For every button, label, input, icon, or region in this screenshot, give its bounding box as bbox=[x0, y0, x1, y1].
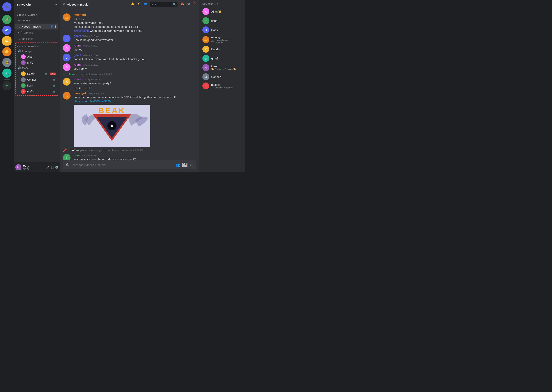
pin-icon: 📌 bbox=[63, 148, 67, 152]
member-item-conner[interactable]: C Conner bbox=[201, 72, 244, 81]
people-input-icon[interactable]: 👥 bbox=[175, 163, 180, 167]
member-item-gnarf[interactable]: g gnarf bbox=[201, 54, 244, 63]
server-icon-4[interactable]: 🟡 bbox=[2, 47, 12, 56]
voice-user-conner[interactable]: C Conner 📹 bbox=[16, 77, 57, 83]
channel-gaming[interactable]: gaming bbox=[15, 30, 58, 35]
voice-user-mary[interactable]: M Mary bbox=[16, 60, 57, 65]
video-play-button[interactable]: ▶ bbox=[107, 121, 116, 130]
gear-icon[interactable]: ⚙ bbox=[54, 25, 57, 28]
voice-user-mary-name: Mary bbox=[27, 61, 56, 64]
server-header[interactable]: Space City ▾ bbox=[14, 0, 60, 9]
headphone-icon[interactable] bbox=[51, 166, 54, 169]
reaction-count-2: 3 bbox=[88, 86, 90, 89]
join-timestamp: Yesterday at 2:30PM bbox=[91, 73, 112, 76]
add-attachment-icon[interactable]: ⊕ bbox=[66, 162, 69, 167]
text-category[interactable]: TEXT CHANNELS bbox=[14, 11, 60, 17]
mic-icon[interactable] bbox=[46, 166, 50, 169]
member-item-allan[interactable]: A Allan 👑 bbox=[201, 7, 244, 16]
member-item-fiona[interactable]: f fiona bbox=[201, 16, 244, 25]
message-header: Allan Today at 9:18 AM bbox=[74, 63, 196, 66]
server-icon-5[interactable]: 🐠 bbox=[2, 58, 12, 67]
gif-icon[interactable] bbox=[182, 163, 188, 167]
channel-videos-n-music[interactable]: videos-n-music 👤 ⚙ bbox=[15, 24, 58, 29]
verified-icon: ✓ bbox=[240, 40, 242, 42]
message-header: Allan Today at 9:18 AM bbox=[74, 44, 196, 47]
member-item-moongirl[interactable]: 🌙 moongirl 🎮 Playing League of Legends ✓ bbox=[201, 35, 244, 45]
settings-icon[interactable] bbox=[55, 166, 58, 169]
member-info: muffins 🎵 Listening to Spotify ✓ bbox=[211, 83, 235, 89]
video-embed[interactable]: BEAK ▶ bbox=[74, 105, 150, 147]
video-link[interactable]: https://youtu.be/OiDxbaQ928o bbox=[74, 99, 112, 103]
message-author-allan-2[interactable]: Allan bbox=[74, 63, 81, 66]
message-text: aaaa their new music video is out we NEE… bbox=[74, 95, 196, 103]
member-item-katelin[interactable]: K Katelin bbox=[201, 45, 244, 54]
status-text-muffins: Listening to Spotify bbox=[215, 86, 232, 89]
verified-icon-2: ✓ bbox=[233, 86, 235, 89]
spotify-icon: 🎵 bbox=[211, 86, 214, 89]
muffins-name[interactable]: muffins bbox=[70, 149, 80, 152]
emoji-icon[interactable] bbox=[190, 163, 193, 167]
chevron-icon bbox=[18, 31, 20, 34]
member-item-daniel[interactable]: D Daniel bbox=[201, 25, 244, 35]
message-content: Katelin Today at 9:18 AM wanna start a l… bbox=[74, 77, 196, 90]
voice-user-allan[interactable]: A Allan bbox=[16, 54, 57, 60]
avatar-allan: A bbox=[21, 54, 26, 59]
reaction-1[interactable]: 🎵 3 bbox=[74, 86, 82, 90]
message-author-fiona[interactable]: fiona bbox=[74, 154, 80, 157]
voice-channel-lounge[interactable]: 🔊 Lounge bbox=[16, 49, 58, 54]
member-item-muffins[interactable]: m muffins 🎵 Listening to Spotify ✓ bbox=[201, 81, 244, 91]
voice-category-label[interactable]: VOICE CHANNELS bbox=[16, 44, 58, 49]
server-icon-2[interactable]: 🌊 bbox=[2, 26, 12, 35]
avatar-moongirl-msg: 🌙 bbox=[63, 14, 71, 21]
message-author-katelin[interactable]: Katelin bbox=[74, 77, 83, 81]
message-author-moongirl-2[interactable]: moongirl bbox=[74, 91, 86, 95]
channel-general[interactable]: general bbox=[15, 17, 58, 23]
channel-food-tails[interactable]: food-tails bbox=[15, 36, 58, 42]
help-icon[interactable] bbox=[193, 2, 196, 7]
message-timestamp: Today at 9:18 AM bbox=[82, 54, 99, 56]
channel-icons: 👤 ⚙ bbox=[50, 25, 57, 28]
avatar-gnarf-2: g bbox=[63, 54, 71, 62]
video-cam-icon-fiona: 📹 bbox=[53, 84, 56, 87]
member-info: Conner bbox=[211, 75, 221, 78]
message-author[interactable]: moongirl bbox=[74, 13, 86, 16]
voice-user-fiona[interactable]: f fiona 📹 bbox=[16, 83, 57, 88]
voice-channels-section: VOICE CHANNELS 🔊 Lounge A Allan M Mary 🔊… bbox=[15, 42, 58, 96]
search-box[interactable]: Search 🔍 bbox=[150, 2, 177, 7]
message-author-allan[interactable]: Allan bbox=[74, 44, 81, 47]
voice-user-katelin[interactable]: K Katelin LIVE bbox=[16, 71, 57, 77]
at-mention-icon[interactable]: @ bbox=[187, 2, 190, 7]
reaction-2[interactable]: 🎵 3 bbox=[83, 86, 92, 90]
chevron-down-icon bbox=[17, 45, 18, 48]
message-header: moongirl Today at 9:18 AM bbox=[74, 91, 196, 95]
notification-bell-icon[interactable] bbox=[131, 2, 134, 7]
dnd-label: DnD bbox=[22, 67, 28, 70]
member-name-fiona: fiona bbox=[211, 19, 218, 22]
messages-area: 🌙 moongirl \( ; ▽ ; )/ we need to watch … bbox=[60, 9, 199, 161]
boost-icon[interactable] bbox=[137, 2, 140, 7]
message-content: gnarf Today at 9:18 AM Should be good to… bbox=[74, 34, 196, 42]
member-info: gnarf bbox=[211, 57, 218, 60]
inbox-icon[interactable] bbox=[181, 2, 184, 7]
voice-channel-dnd[interactable]: 🔊 DnD bbox=[16, 66, 58, 71]
message-author-gnarf[interactable]: gnarf bbox=[74, 34, 81, 37]
channel-name-gaming: gaming bbox=[24, 31, 33, 34]
user-controls bbox=[46, 166, 58, 169]
message-author-gnarf-2[interactable]: gnarf bbox=[74, 53, 81, 57]
text-category-label: TEXT CHANNELS bbox=[19, 14, 37, 16]
members-toggle-icon[interactable] bbox=[144, 2, 147, 7]
discord-home-button[interactable]: 🎮 bbox=[2, 2, 12, 12]
hash-icon bbox=[21, 31, 23, 35]
add-server-button[interactable]: + bbox=[2, 81, 12, 90]
user-add-icon[interactable]: 👤 bbox=[50, 25, 53, 28]
voice-user-muffins[interactable]: m muffins 📹 bbox=[16, 89, 57, 94]
channel-name-food: food-tails bbox=[22, 37, 33, 40]
server-icon-space-city[interactable]: SC bbox=[2, 36, 12, 46]
server-icon-6[interactable]: 🔍 bbox=[2, 69, 12, 78]
member-item-mary[interactable]: M Mary 🎨 Streaming Drawing 🎨 bbox=[201, 63, 244, 72]
message-group: A Allan Today at 9:18 AM me too! bbox=[60, 43, 199, 53]
server-divider-2 bbox=[4, 79, 10, 80]
chat-input[interactable] bbox=[72, 163, 173, 167]
avatar-katelin: K bbox=[21, 71, 26, 76]
server-icon-1[interactable]: 🚀 bbox=[2, 15, 12, 24]
